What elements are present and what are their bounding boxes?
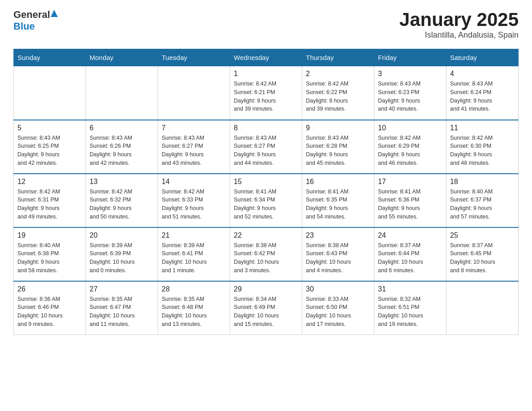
day-number: 13	[90, 178, 154, 186]
calendar-day-cell: 16Sunrise: 8:41 AM Sunset: 6:35 PM Dayli…	[302, 174, 374, 227]
day-info: Sunrise: 8:32 AM Sunset: 6:51 PM Dayligh…	[378, 295, 442, 329]
day-info: Sunrise: 8:42 AM Sunset: 6:31 PM Dayligh…	[17, 188, 82, 221]
month-title: January 2025	[399, 9, 519, 30]
day-number: 18	[450, 178, 515, 186]
day-info: Sunrise: 8:35 AM Sunset: 6:47 PM Dayligh…	[90, 295, 154, 329]
calendar-day-cell: 24Sunrise: 8:37 AM Sunset: 6:44 PM Dayli…	[374, 227, 446, 281]
day-number: 1	[234, 70, 298, 78]
calendar-day-cell: 23Sunrise: 8:38 AM Sunset: 6:43 PM Dayli…	[302, 227, 374, 281]
calendar-day-cell: 1Sunrise: 8:42 AM Sunset: 6:21 PM Daylig…	[230, 66, 302, 120]
day-header-wednesday: Wednesday	[230, 49, 302, 66]
calendar-week-row: 1Sunrise: 8:42 AM Sunset: 6:21 PM Daylig…	[14, 66, 519, 120]
calendar-day-cell: 18Sunrise: 8:40 AM Sunset: 6:37 PM Dayli…	[446, 174, 519, 227]
day-info: Sunrise: 8:33 AM Sunset: 6:50 PM Dayligh…	[306, 295, 370, 329]
calendar-day-cell: 15Sunrise: 8:41 AM Sunset: 6:34 PM Dayli…	[230, 174, 302, 227]
day-info: Sunrise: 8:43 AM Sunset: 6:24 PM Dayligh…	[450, 80, 515, 113]
svg-marker-0	[51, 10, 58, 17]
day-info: Sunrise: 8:42 AM Sunset: 6:29 PM Dayligh…	[378, 134, 442, 167]
calendar-day-cell	[446, 281, 519, 335]
header-right: January 2025 Islantilla, Andalusia, Spai…	[399, 9, 519, 40]
day-info: Sunrise: 8:40 AM Sunset: 6:37 PM Dayligh…	[450, 188, 515, 221]
calendar-day-cell: 13Sunrise: 8:42 AM Sunset: 6:32 PM Dayli…	[86, 174, 158, 227]
day-info: Sunrise: 8:42 AM Sunset: 6:33 PM Dayligh…	[162, 188, 226, 221]
calendar-day-cell: 4Sunrise: 8:43 AM Sunset: 6:24 PM Daylig…	[446, 66, 519, 120]
day-info: Sunrise: 8:40 AM Sunset: 6:38 PM Dayligh…	[17, 241, 82, 275]
day-info: Sunrise: 8:35 AM Sunset: 6:48 PM Dayligh…	[162, 295, 226, 329]
day-info: Sunrise: 8:39 AM Sunset: 6:41 PM Dayligh…	[162, 241, 226, 275]
calendar-header-row: SundayMondayTuesdayWednesdayThursdayFrid…	[14, 49, 519, 66]
day-number: 15	[234, 178, 298, 186]
day-number: 29	[234, 285, 298, 293]
logo-general-text: General Blue	[13, 9, 59, 32]
day-number: 8	[234, 124, 298, 132]
calendar-day-cell: 31Sunrise: 8:32 AM Sunset: 6:51 PM Dayli…	[374, 281, 446, 335]
calendar-day-cell: 8Sunrise: 8:43 AM Sunset: 6:27 PM Daylig…	[230, 120, 302, 174]
day-number: 12	[17, 178, 82, 186]
calendar-week-row: 5Sunrise: 8:43 AM Sunset: 6:25 PM Daylig…	[14, 120, 519, 174]
day-number: 24	[378, 231, 442, 240]
calendar-table: SundayMondayTuesdayWednesdayThursdayFrid…	[13, 49, 519, 335]
calendar-day-cell: 19Sunrise: 8:40 AM Sunset: 6:38 PM Dayli…	[14, 227, 86, 281]
day-info: Sunrise: 8:43 AM Sunset: 6:26 PM Dayligh…	[90, 134, 154, 167]
calendar-day-cell: 25Sunrise: 8:37 AM Sunset: 6:45 PM Dayli…	[446, 227, 519, 281]
day-header-friday: Friday	[374, 49, 446, 66]
day-number: 17	[378, 178, 442, 186]
calendar-day-cell: 14Sunrise: 8:42 AM Sunset: 6:33 PM Dayli…	[158, 174, 230, 227]
day-info: Sunrise: 8:43 AM Sunset: 6:27 PM Dayligh…	[162, 134, 226, 167]
day-header-monday: Monday	[86, 49, 158, 66]
calendar-day-cell: 10Sunrise: 8:42 AM Sunset: 6:29 PM Dayli…	[374, 120, 446, 174]
calendar-day-cell: 28Sunrise: 8:35 AM Sunset: 6:48 PM Dayli…	[158, 281, 230, 335]
location: Islantilla, Andalusia, Spain	[399, 30, 519, 40]
page-header: General Blue January 2025 Islantilla, An…	[13, 9, 519, 40]
calendar-day-cell: 29Sunrise: 8:34 AM Sunset: 6:49 PM Dayli…	[230, 281, 302, 335]
calendar-week-row: 19Sunrise: 8:40 AM Sunset: 6:38 PM Dayli…	[14, 227, 519, 281]
day-info: Sunrise: 8:36 AM Sunset: 6:46 PM Dayligh…	[17, 295, 82, 329]
day-info: Sunrise: 8:34 AM Sunset: 6:49 PM Dayligh…	[234, 295, 298, 329]
day-number: 16	[306, 178, 370, 186]
day-number: 10	[378, 124, 442, 132]
calendar-week-row: 26Sunrise: 8:36 AM Sunset: 6:46 PM Dayli…	[14, 281, 519, 335]
calendar-day-cell: 11Sunrise: 8:42 AM Sunset: 6:30 PM Dayli…	[446, 120, 519, 174]
day-info: Sunrise: 8:43 AM Sunset: 6:23 PM Dayligh…	[378, 80, 442, 113]
calendar-day-cell: 2Sunrise: 8:42 AM Sunset: 6:22 PM Daylig…	[302, 66, 374, 120]
day-number: 31	[378, 285, 442, 293]
day-info: Sunrise: 8:41 AM Sunset: 6:35 PM Dayligh…	[306, 188, 370, 221]
calendar-day-cell: 5Sunrise: 8:43 AM Sunset: 6:25 PM Daylig…	[14, 120, 86, 174]
day-number: 25	[450, 231, 515, 240]
day-number: 21	[162, 231, 226, 240]
day-header-tuesday: Tuesday	[158, 49, 230, 66]
day-number: 23	[306, 231, 370, 240]
day-header-sunday: Sunday	[14, 49, 86, 66]
day-number: 2	[306, 70, 370, 78]
calendar-day-cell: 21Sunrise: 8:39 AM Sunset: 6:41 PM Dayli…	[158, 227, 230, 281]
day-header-thursday: Thursday	[302, 49, 374, 66]
day-info: Sunrise: 8:43 AM Sunset: 6:25 PM Dayligh…	[17, 134, 82, 167]
day-number: 7	[162, 124, 226, 132]
calendar-day-cell: 20Sunrise: 8:39 AM Sunset: 6:39 PM Dayli…	[86, 227, 158, 281]
day-info: Sunrise: 8:42 AM Sunset: 6:30 PM Dayligh…	[450, 134, 515, 167]
day-number: 19	[17, 231, 82, 240]
day-number: 4	[450, 70, 515, 78]
calendar-day-cell: 12Sunrise: 8:42 AM Sunset: 6:31 PM Dayli…	[14, 174, 86, 227]
day-number: 27	[90, 285, 154, 293]
logo-triangle-icon	[50, 10, 58, 18]
day-info: Sunrise: 8:39 AM Sunset: 6:39 PM Dayligh…	[90, 241, 154, 275]
calendar-day-cell: 27Sunrise: 8:35 AM Sunset: 6:47 PM Dayli…	[86, 281, 158, 335]
day-info: Sunrise: 8:42 AM Sunset: 6:32 PM Dayligh…	[90, 188, 154, 221]
calendar-day-cell	[14, 66, 86, 120]
calendar-day-cell: 26Sunrise: 8:36 AM Sunset: 6:46 PM Dayli…	[14, 281, 86, 335]
day-info: Sunrise: 8:38 AM Sunset: 6:42 PM Dayligh…	[234, 241, 298, 275]
calendar-day-cell: 9Sunrise: 8:43 AM Sunset: 6:28 PM Daylig…	[302, 120, 374, 174]
calendar-day-cell: 3Sunrise: 8:43 AM Sunset: 6:23 PM Daylig…	[374, 66, 446, 120]
calendar-day-cell: 6Sunrise: 8:43 AM Sunset: 6:26 PM Daylig…	[86, 120, 158, 174]
day-info: Sunrise: 8:37 AM Sunset: 6:44 PM Dayligh…	[378, 241, 442, 275]
day-number: 28	[162, 285, 226, 293]
day-info: Sunrise: 8:41 AM Sunset: 6:36 PM Dayligh…	[378, 188, 442, 221]
day-number: 22	[234, 231, 298, 240]
day-number: 20	[90, 231, 154, 240]
day-info: Sunrise: 8:42 AM Sunset: 6:22 PM Dayligh…	[306, 80, 370, 113]
day-info: Sunrise: 8:37 AM Sunset: 6:45 PM Dayligh…	[450, 241, 515, 275]
day-number: 6	[90, 124, 154, 132]
day-info: Sunrise: 8:38 AM Sunset: 6:43 PM Dayligh…	[306, 241, 370, 275]
day-info: Sunrise: 8:43 AM Sunset: 6:27 PM Dayligh…	[234, 134, 298, 167]
